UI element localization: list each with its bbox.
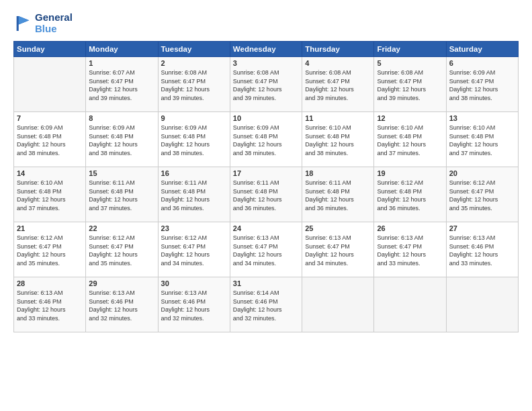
day-cell: 10Sunrise: 6:09 AM Sunset: 6:48 PM Dayli… (230, 112, 302, 167)
day-cell (374, 277, 446, 332)
header-cell-sunday: Sunday (14, 42, 86, 57)
day-cell: 23Sunrise: 6:12 AM Sunset: 6:47 PM Dayli… (158, 222, 230, 277)
calendar-table: SundayMondayTuesdayWednesdayThursdayFrid… (13, 41, 519, 332)
day-number: 3 (233, 59, 299, 67)
day-number: 27 (449, 224, 515, 232)
day-detail: Sunrise: 6:13 AM Sunset: 6:47 PM Dayligh… (377, 234, 443, 267)
day-detail: Sunrise: 6:13 AM Sunset: 6:46 PM Dayligh… (161, 289, 227, 322)
day-number: 24 (233, 224, 299, 232)
day-number: 4 (305, 59, 371, 67)
header-cell-wednesday: Wednesday (230, 42, 302, 57)
day-cell (14, 57, 86, 112)
day-cell: 30Sunrise: 6:13 AM Sunset: 6:46 PM Dayli… (158, 277, 230, 332)
day-number: 5 (377, 59, 443, 67)
header-cell-thursday: Thursday (302, 42, 374, 57)
day-detail: Sunrise: 6:10 AM Sunset: 6:48 PM Dayligh… (377, 124, 443, 157)
day-number: 7 (17, 114, 83, 122)
day-detail: Sunrise: 6:09 AM Sunset: 6:48 PM Dayligh… (17, 124, 83, 157)
day-cell: 31Sunrise: 6:14 AM Sunset: 6:46 PM Dayli… (230, 277, 302, 332)
calendar-header-row: SundayMondayTuesdayWednesdayThursdayFrid… (14, 42, 519, 57)
day-number: 15 (89, 169, 154, 177)
day-detail: Sunrise: 6:10 AM Sunset: 6:48 PM Dayligh… (305, 124, 371, 157)
day-detail: Sunrise: 6:08 AM Sunset: 6:47 PM Dayligh… (233, 68, 299, 102)
day-number: 23 (161, 224, 227, 232)
day-cell: 20Sunrise: 6:12 AM Sunset: 6:47 PM Dayli… (446, 167, 518, 222)
day-cell: 8Sunrise: 6:09 AM Sunset: 6:48 PM Daylig… (86, 112, 158, 167)
day-cell: 13Sunrise: 6:10 AM Sunset: 6:48 PM Dayli… (446, 112, 518, 167)
day-detail: Sunrise: 6:08 AM Sunset: 6:47 PM Dayligh… (377, 68, 443, 102)
day-detail: Sunrise: 6:12 AM Sunset: 6:47 PM Dayligh… (161, 234, 227, 267)
day-number: 25 (305, 224, 371, 232)
day-cell: 24Sunrise: 6:13 AM Sunset: 6:47 PM Dayli… (230, 222, 302, 277)
day-detail: Sunrise: 6:13 AM Sunset: 6:47 PM Dayligh… (305, 234, 371, 267)
day-cell: 14Sunrise: 6:10 AM Sunset: 6:48 PM Dayli… (14, 167, 86, 222)
day-cell: 9Sunrise: 6:09 AM Sunset: 6:48 PM Daylig… (158, 112, 230, 167)
day-number: 11 (305, 114, 371, 122)
week-row-5: 28Sunrise: 6:13 AM Sunset: 6:46 PM Dayli… (14, 277, 519, 332)
day-cell: 6Sunrise: 6:09 AM Sunset: 6:47 PM Daylig… (446, 57, 518, 112)
calendar-body: 1Sunrise: 6:07 AM Sunset: 6:47 PM Daylig… (14, 57, 519, 332)
day-number: 16 (161, 169, 227, 177)
day-cell: 17Sunrise: 6:11 AM Sunset: 6:48 PM Dayli… (230, 167, 302, 222)
day-detail: Sunrise: 6:13 AM Sunset: 6:47 PM Dayligh… (233, 234, 299, 267)
day-cell: 7Sunrise: 6:09 AM Sunset: 6:48 PM Daylig… (14, 112, 86, 167)
day-number: 8 (89, 114, 154, 122)
day-cell: 15Sunrise: 6:11 AM Sunset: 6:48 PM Dayli… (86, 167, 158, 222)
day-detail: Sunrise: 6:08 AM Sunset: 6:47 PM Dayligh… (161, 68, 227, 102)
header-cell-monday: Monday (86, 42, 158, 57)
day-cell: 21Sunrise: 6:12 AM Sunset: 6:47 PM Dayli… (14, 222, 86, 277)
day-number: 10 (233, 114, 299, 122)
day-number: 19 (377, 169, 443, 177)
day-number: 20 (449, 169, 515, 177)
day-cell: 18Sunrise: 6:11 AM Sunset: 6:48 PM Dayli… (302, 167, 374, 222)
day-detail: Sunrise: 6:09 AM Sunset: 6:48 PM Dayligh… (89, 124, 154, 157)
header: General Blue (13, 12, 519, 34)
day-detail: Sunrise: 6:12 AM Sunset: 6:47 PM Dayligh… (17, 234, 83, 267)
week-row-3: 14Sunrise: 6:10 AM Sunset: 6:48 PM Dayli… (14, 167, 519, 222)
day-detail: Sunrise: 6:09 AM Sunset: 6:48 PM Dayligh… (161, 124, 227, 157)
logo-icon (13, 14, 32, 33)
day-cell: 12Sunrise: 6:10 AM Sunset: 6:48 PM Dayli… (374, 112, 446, 167)
day-detail: Sunrise: 6:11 AM Sunset: 6:48 PM Dayligh… (89, 179, 154, 212)
day-cell: 28Sunrise: 6:13 AM Sunset: 6:46 PM Dayli… (14, 277, 86, 332)
day-cell: 22Sunrise: 6:12 AM Sunset: 6:47 PM Dayli… (86, 222, 158, 277)
day-detail: Sunrise: 6:09 AM Sunset: 6:48 PM Dayligh… (233, 124, 299, 157)
header-cell-tuesday: Tuesday (158, 42, 230, 57)
day-detail: Sunrise: 6:07 AM Sunset: 6:47 PM Dayligh… (89, 68, 154, 102)
day-number: 12 (377, 114, 443, 122)
day-number: 21 (17, 224, 83, 232)
day-detail: Sunrise: 6:10 AM Sunset: 6:48 PM Dayligh… (17, 179, 83, 212)
day-cell: 29Sunrise: 6:13 AM Sunset: 6:46 PM Dayli… (86, 277, 158, 332)
day-number: 13 (449, 114, 515, 122)
header-cell-friday: Friday (374, 42, 446, 57)
day-cell: 25Sunrise: 6:13 AM Sunset: 6:47 PM Dayli… (302, 222, 374, 277)
day-cell: 26Sunrise: 6:13 AM Sunset: 6:47 PM Dayli… (374, 222, 446, 277)
day-cell: 3Sunrise: 6:08 AM Sunset: 6:47 PM Daylig… (230, 57, 302, 112)
day-number: 31 (233, 279, 299, 287)
day-detail: Sunrise: 6:13 AM Sunset: 6:46 PM Dayligh… (17, 289, 83, 322)
day-cell: 19Sunrise: 6:12 AM Sunset: 6:48 PM Dayli… (374, 167, 446, 222)
day-cell: 11Sunrise: 6:10 AM Sunset: 6:48 PM Dayli… (302, 112, 374, 167)
day-number: 28 (17, 279, 83, 287)
day-detail: Sunrise: 6:14 AM Sunset: 6:46 PM Dayligh… (233, 289, 299, 322)
day-cell: 2Sunrise: 6:08 AM Sunset: 6:47 PM Daylig… (158, 57, 230, 112)
day-number: 6 (449, 59, 515, 67)
day-number: 17 (233, 169, 299, 177)
day-number: 18 (305, 169, 371, 177)
day-detail: Sunrise: 6:12 AM Sunset: 6:47 PM Dayligh… (89, 234, 154, 267)
day-detail: Sunrise: 6:13 AM Sunset: 6:46 PM Dayligh… (449, 234, 515, 267)
day-cell: 16Sunrise: 6:11 AM Sunset: 6:48 PM Dayli… (158, 167, 230, 222)
day-number: 30 (161, 279, 227, 287)
day-number: 1 (89, 59, 154, 67)
logo-text: General Blue (35, 12, 73, 34)
day-cell: 1Sunrise: 6:07 AM Sunset: 6:47 PM Daylig… (86, 57, 158, 112)
day-cell (446, 277, 518, 332)
day-detail: Sunrise: 6:13 AM Sunset: 6:46 PM Dayligh… (89, 289, 154, 322)
day-detail: Sunrise: 6:12 AM Sunset: 6:47 PM Dayligh… (449, 179, 515, 212)
day-cell (302, 277, 374, 332)
day-number: 9 (161, 114, 227, 122)
day-detail: Sunrise: 6:11 AM Sunset: 6:48 PM Dayligh… (305, 179, 371, 212)
day-cell: 5Sunrise: 6:08 AM Sunset: 6:47 PM Daylig… (374, 57, 446, 112)
day-number: 14 (17, 169, 83, 177)
week-row-1: 1Sunrise: 6:07 AM Sunset: 6:47 PM Daylig… (14, 57, 519, 112)
